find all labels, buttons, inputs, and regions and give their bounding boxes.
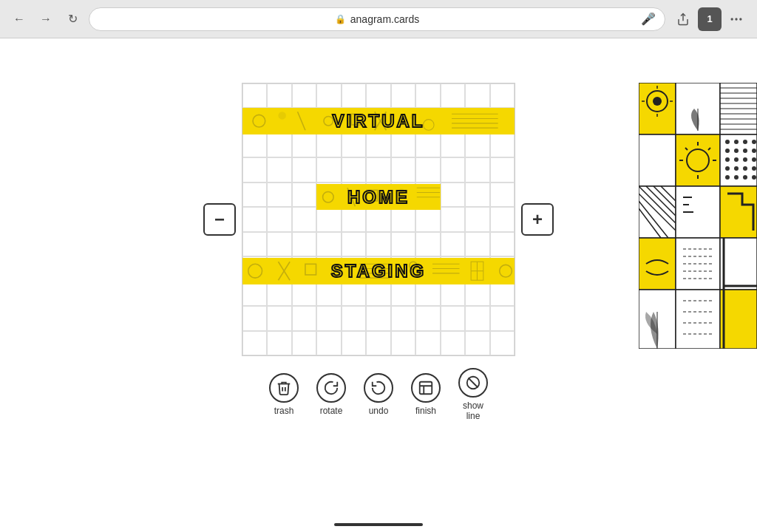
grid-cell <box>415 282 440 306</box>
grid-cell <box>490 157 515 182</box>
undo-icon[interactable] <box>364 373 393 403</box>
forward-button[interactable]: → <box>35 9 56 30</box>
grid-cell <box>490 183 515 207</box>
grid-cell <box>316 108 341 132</box>
zoom-out-button[interactable]: − <box>203 203 236 236</box>
undo-tool[interactable]: undo <box>364 373 393 416</box>
grid-cell <box>391 133 415 157</box>
grid-cell <box>441 331 465 355</box>
grid-canvas[interactable]: VIRTUAL HOME <box>242 83 515 356</box>
grid-cell <box>415 183 440 207</box>
grid-cell <box>242 232 267 256</box>
grid-cell <box>490 83 515 108</box>
canvas-controls: − <box>203 83 554 356</box>
grid-cell <box>415 232 440 256</box>
grid-cell <box>415 331 440 355</box>
grid-cell <box>292 232 316 256</box>
grid-cell <box>441 108 465 132</box>
tab-count-button[interactable]: 1 <box>698 7 722 31</box>
grid-cell <box>490 331 515 355</box>
address-bar[interactable]: 🔒 anagram.cards 🎤 <box>89 7 665 31</box>
grid-cell <box>292 306 316 330</box>
grid-cell <box>242 331 267 355</box>
more-button[interactable] <box>724 7 748 31</box>
grid-cell <box>366 108 390 132</box>
svg-rect-124 <box>720 290 757 349</box>
grid-cell <box>242 133 267 157</box>
share-button[interactable] <box>671 7 695 31</box>
svg-rect-110 <box>676 238 720 290</box>
finish-tool[interactable]: finish <box>411 373 441 416</box>
grid-cell <box>316 232 341 256</box>
toolbar: trash rotate <box>269 368 488 421</box>
grid-cell <box>366 232 390 256</box>
svg-rect-104 <box>676 186 720 238</box>
grid-cell <box>316 331 341 355</box>
svg-point-86 <box>734 175 739 180</box>
grid-cell <box>391 232 415 256</box>
browser-actions: 1 <box>671 7 748 31</box>
grid-cell <box>465 83 489 108</box>
grid-cell <box>465 207 489 231</box>
grid-cell <box>490 306 515 330</box>
grid-cell <box>391 183 415 207</box>
svg-point-83 <box>743 166 747 171</box>
svg-point-82 <box>734 166 739 171</box>
show-line-icon[interactable] <box>458 368 488 398</box>
svg-point-85 <box>725 175 730 180</box>
grid-cell <box>391 331 415 355</box>
page-content: − <box>0 38 757 532</box>
grid-cell <box>342 83 366 108</box>
grid-cell <box>465 183 489 207</box>
preview-panel <box>639 83 757 349</box>
svg-rect-116 <box>720 238 757 290</box>
grid-cell <box>366 331 390 355</box>
grid-cell <box>490 282 515 306</box>
grid-cell <box>391 157 415 182</box>
grid-cell <box>342 331 366 355</box>
grid-cell <box>267 207 291 231</box>
grid-cell <box>441 207 465 231</box>
grid-cell <box>441 133 465 157</box>
grid-cell <box>465 108 489 132</box>
back-button[interactable]: ← <box>9 9 30 30</box>
grid-cell <box>267 183 291 207</box>
lock-icon: 🔒 <box>335 14 346 24</box>
grid-cell <box>366 157 390 182</box>
svg-point-2 <box>735 18 737 20</box>
finish-icon[interactable] <box>411 373 441 403</box>
grid-cell <box>267 83 291 108</box>
grid-cell <box>267 256 291 281</box>
grid-cell <box>342 183 366 207</box>
grid-cell <box>441 183 465 207</box>
grid-cell <box>342 256 366 281</box>
grid-cell <box>391 306 415 330</box>
grid-cell <box>415 83 440 108</box>
zoom-in-button[interactable]: + <box>521 203 554 236</box>
svg-point-81 <box>725 166 730 171</box>
grid-cell <box>391 256 415 281</box>
rotate-tool[interactable]: rotate <box>316 373 346 416</box>
grid-cell <box>366 83 390 108</box>
svg-rect-42 <box>420 382 432 395</box>
show-line-tool[interactable]: show line <box>458 368 488 421</box>
grid-cell <box>441 282 465 306</box>
mic-icon[interactable]: 🎤 <box>641 12 656 26</box>
grid-cell <box>316 157 341 182</box>
grid-cell <box>441 157 465 182</box>
grid-cell <box>415 133 440 157</box>
grid-cell <box>415 207 440 231</box>
trash-tool[interactable]: trash <box>269 373 299 416</box>
trash-icon[interactable] <box>269 373 299 403</box>
refresh-button[interactable]: ↻ <box>62 9 83 30</box>
grid-cell <box>242 157 267 182</box>
grid-cell <box>292 83 316 108</box>
grid-cell <box>292 207 316 231</box>
grid-cell <box>267 157 291 182</box>
grid-cell <box>242 83 267 108</box>
grid-cell <box>267 282 291 306</box>
rotate-icon[interactable] <box>316 373 346 403</box>
grid-cell <box>292 331 316 355</box>
browser-chrome: ← → ↻ 🔒 anagram.cards 🎤 1 <box>0 0 757 38</box>
grid-cell <box>415 256 440 281</box>
